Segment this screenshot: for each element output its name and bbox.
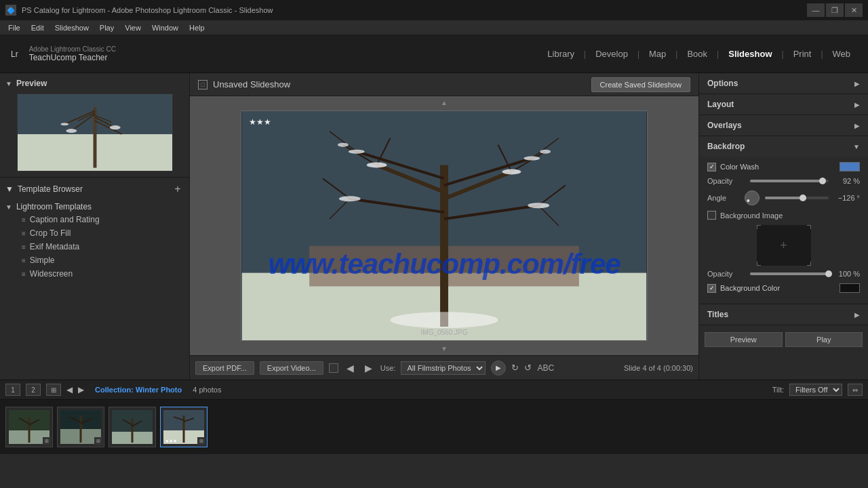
nav-slideshow[interactable]: Slideshow <box>722 46 778 62</box>
group-label: Lightroom Templates <box>16 202 92 211</box>
collapse-top-arrow[interactable]: ▲ <box>441 99 448 106</box>
filmstrip-item-3[interactable] <box>108 407 156 447</box>
filmstrip: ⊞ ⊞ <box>0 400 868 454</box>
template-simple[interactable]: ≡ Simple <box>5 253 184 267</box>
preview-thumbnail <box>17 94 173 171</box>
titles-header[interactable]: Titles ▶ <box>699 304 868 325</box>
background-color-checkbox[interactable] <box>707 284 716 293</box>
nav-book[interactable]: Book <box>680 46 714 62</box>
minimize-button[interactable]: — <box>807 3 825 17</box>
backdrop-label: Backdrop <box>707 142 745 151</box>
header: Lr Adobe Lightroom Classic CC TeachUcomp… <box>0 35 868 73</box>
restore-button[interactable]: ❐ <box>826 3 844 17</box>
filters-select[interactable]: Filters Off <box>789 384 842 396</box>
close-button[interactable]: ✕ <box>845 3 863 17</box>
prev-slide-button[interactable]: ◀ <box>344 361 357 375</box>
layout-header[interactable]: Layout ▶ <box>699 94 868 115</box>
color-wash-swatch[interactable] <box>840 162 860 171</box>
bg-opacity-slider[interactable] <box>750 272 829 275</box>
expand-btn[interactable]: ⇔ <box>848 384 863 396</box>
filmstrip-grid-btn-1[interactable]: 1 <box>5 384 20 396</box>
titles-section: Titles ▶ <box>699 304 868 325</box>
overlays-header[interactable]: Overlays ▶ <box>699 115 868 136</box>
filmstrip-image-3 <box>112 410 153 444</box>
nav-web[interactable]: Web <box>826 46 858 62</box>
background-image-row: Background Image <box>707 211 860 220</box>
backdrop-header[interactable]: Backdrop ▼ <box>699 136 868 157</box>
filmstrip-next-btn[interactable]: ▶ <box>78 385 84 394</box>
export-video-button[interactable]: Export Video... <box>260 361 323 375</box>
nav-library[interactable]: Library <box>540 46 581 62</box>
color-wash-label: Color Wash <box>720 163 840 171</box>
background-image-label: Background Image <box>720 211 860 220</box>
menu-window[interactable]: Window <box>146 22 184 33</box>
template-widescreen[interactable]: ≡ Widescreen <box>5 267 184 281</box>
menu-file[interactable]: File <box>3 22 26 33</box>
angle-slider[interactable] <box>765 197 829 199</box>
options-header[interactable]: Options ▶ <box>699 73 868 94</box>
template-header: ▼ Template Browser + <box>5 183 184 195</box>
filmstrip-item-2[interactable]: ⊞ <box>57 407 104 447</box>
svg-point-36 <box>339 196 361 201</box>
nav-map[interactable]: Map <box>642 46 673 62</box>
opacity-fill <box>750 180 823 182</box>
slide-canvas: ▲ <box>190 96 698 355</box>
template-caption-rating[interactable]: ≡ Caption and Rating <box>5 213 184 226</box>
nav-develop[interactable]: Develop <box>589 46 635 62</box>
collapse-bottom-arrow[interactable]: ▼ <box>441 345 448 352</box>
menu-help[interactable]: Help <box>184 22 210 33</box>
angle-thumb[interactable] <box>800 195 806 201</box>
background-color-row: Background Color <box>707 283 860 293</box>
menu-slideshow[interactable]: Slideshow <box>50 22 94 33</box>
svg-text:★★★: ★★★ <box>249 117 271 127</box>
template-exif-metadata[interactable]: ≡ Exif Metadata <box>5 240 184 253</box>
options-section: Options ▶ <box>699 73 868 94</box>
angle-dial[interactable] <box>745 190 760 205</box>
use-select[interactable]: All Filmstrip Photos <box>401 361 486 375</box>
template-group-header[interactable]: ▼ Lightroom Templates <box>5 201 184 213</box>
filmstrip-item-4[interactable]: ★★★ ⊞ <box>160 407 208 447</box>
color-wash-row: Color Wash <box>707 162 860 171</box>
bg-opacity-row: Opacity 100 % <box>707 270 860 278</box>
svg-point-35 <box>524 157 540 161</box>
preview-header[interactable]: ▼ Preview <box>5 79 184 88</box>
loop-button[interactable]: ↻ <box>511 363 519 373</box>
slide-caption: IMG_0560.JPG <box>421 329 468 336</box>
left-panel: ▼ Preview <box>0 73 190 380</box>
bg-opacity-thumb[interactable] <box>825 270 832 277</box>
svg-point-10 <box>109 125 120 129</box>
create-saved-slideshow-button[interactable]: Create Saved Slideshow <box>591 77 690 92</box>
play-slideshow-button[interactable]: ▶ <box>491 361 506 375</box>
play-button[interactable]: Play <box>785 332 863 347</box>
slide-info: Slide 4 of 4 (0:00:30) <box>624 364 693 372</box>
stop-button[interactable] <box>329 363 338 373</box>
filmstrip-item-1[interactable]: ⊞ <box>5 407 53 447</box>
filmstrip-prev-btn[interactable]: ◀ <box>66 385 73 394</box>
svg-point-39 <box>540 150 551 154</box>
filmstrip-badge-1: ⊞ <box>43 437 51 445</box>
lr-badge: Lr <box>11 49 18 59</box>
menu-view[interactable]: View <box>119 22 146 33</box>
preview-button[interactable]: Preview <box>705 332 783 347</box>
background-image-checkbox[interactable] <box>707 211 716 220</box>
background-image-box[interactable]: + <box>757 225 811 266</box>
filmstrip-grid-btn-3[interactable]: ⊞ <box>46 384 61 396</box>
color-wash-checkbox[interactable] <box>707 163 716 171</box>
export-pdf-button[interactable]: Export PDF... <box>195 361 254 375</box>
slide-frame: ★★★ IMG_0560.JPG <box>241 110 648 341</box>
nav-print[interactable]: Print <box>787 46 818 62</box>
background-color-swatch[interactable] <box>840 283 860 293</box>
layout-label: Layout <box>707 100 734 109</box>
add-template-button[interactable]: + <box>172 183 184 195</box>
opacity-slider[interactable] <box>750 180 829 182</box>
titlebar: 🔷 PS Catalog for Lightroom - Adobe Photo… <box>0 0 868 20</box>
next-slide-button[interactable]: ▶ <box>362 361 375 375</box>
menu-play[interactable]: Play <box>94 22 119 33</box>
filmstrip-grid-btn-2[interactable]: 2 <box>26 384 41 396</box>
backdrop-triangle: ▼ <box>853 143 860 150</box>
opacity-thumb[interactable] <box>819 178 826 184</box>
menu-edit[interactable]: Edit <box>26 22 50 33</box>
overlays-label: Overlays <box>707 121 742 130</box>
template-crop-to-fill[interactable]: ≡ Crop To Fill <box>5 226 184 240</box>
back-button[interactable]: ↺ <box>524 363 532 373</box>
